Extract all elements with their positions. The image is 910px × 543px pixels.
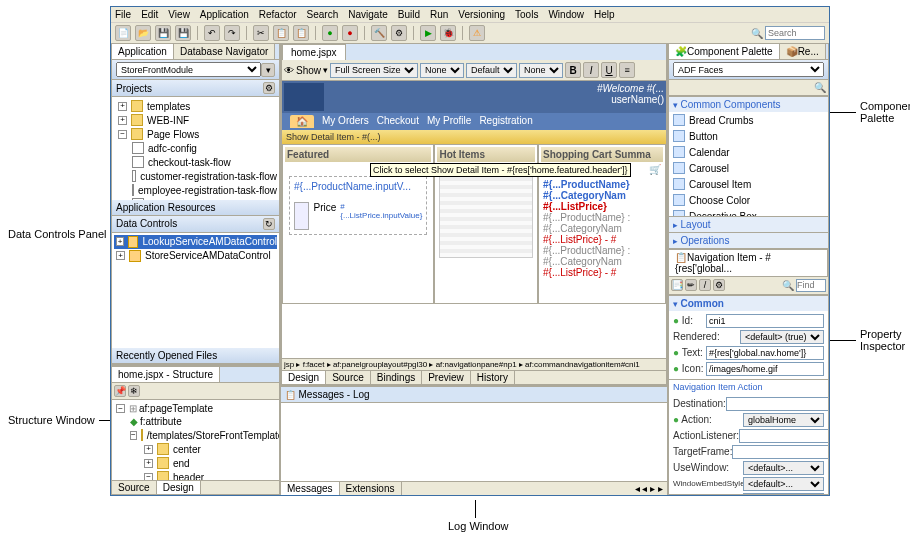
- tab-property-inspector[interactable]: 📋Navigation Item - #{res['global...: [669, 250, 828, 276]
- app-menu-icon[interactable]: ▾: [261, 63, 275, 77]
- menu-application[interactable]: Application: [200, 9, 249, 20]
- copy-icon[interactable]: 📋: [273, 25, 289, 41]
- play-icon[interactable]: ▶: [420, 25, 436, 41]
- warning-icon[interactable]: ⚠: [469, 25, 485, 41]
- nav-myorders[interactable]: My Orders: [322, 115, 369, 128]
- structure-tree[interactable]: −⊞ af:pageTemplate ◆ f:attribute −/templ…: [112, 400, 279, 480]
- prop-text-input[interactable]: [706, 346, 824, 360]
- tab-preview[interactable]: Preview: [422, 371, 471, 384]
- tab-history[interactable]: History: [471, 371, 515, 384]
- nav-checkout[interactable]: Checkout: [377, 115, 419, 128]
- prop-rendered-select[interactable]: <default> (true): [740, 330, 824, 344]
- prop-section-common[interactable]: ▾ Common: [669, 295, 828, 311]
- prop-targetframe-input[interactable]: [732, 445, 829, 459]
- pin-icon[interactable]: 📌: [114, 385, 126, 397]
- italic-icon[interactable]: I: [583, 62, 599, 78]
- editor-tab-home[interactable]: home.jspx: [282, 44, 346, 60]
- recently-opened-header[interactable]: Recently Opened Files: [112, 348, 279, 364]
- prop-tb3-icon[interactable]: /: [699, 279, 711, 291]
- palette-search-icon[interactable]: 🔍: [814, 82, 826, 93]
- undo-icon[interactable]: ↶: [204, 25, 220, 41]
- menu-file[interactable]: File: [115, 9, 131, 20]
- palette-section-layout[interactable]: ▸ Layout: [669, 216, 828, 232]
- home-nav-icon[interactable]: 🏠: [290, 115, 314, 128]
- show-detail-bar[interactable]: Show Detail Item - #(...): [282, 130, 666, 144]
- prop-destination-input[interactable]: [726, 397, 829, 411]
- menu-tools[interactable]: Tools: [515, 9, 538, 20]
- prop-icon-input[interactable]: [706, 362, 824, 376]
- save-icon[interactable]: 💾: [155, 25, 171, 41]
- nav-myprofile[interactable]: My Profile: [427, 115, 471, 128]
- style2-select[interactable]: Default: [466, 63, 517, 78]
- menu-build[interactable]: Build: [398, 9, 420, 20]
- projects-filter-icon[interactable]: ⚙: [263, 82, 275, 94]
- tab-resources[interactable]: 📦Re...: [780, 44, 826, 59]
- tab-component-palette[interactable]: 🧩Component Palette: [669, 44, 780, 59]
- tab-source[interactable]: Source: [326, 371, 371, 384]
- projects-tree[interactable]: +templates +WEB-INF −Page Flows adfc-con…: [112, 97, 279, 200]
- tab-database-navigator[interactable]: Database Navigator: [174, 44, 275, 59]
- open-icon[interactable]: 📂: [135, 25, 151, 41]
- freeze-icon[interactable]: ❄: [128, 385, 140, 397]
- palette-section-common[interactable]: ▾ Common Components: [669, 96, 828, 112]
- menu-run[interactable]: Run: [430, 9, 448, 20]
- tab-application[interactable]: Application: [112, 44, 174, 59]
- nav-registration[interactable]: Registration: [479, 115, 532, 128]
- prop-id-input[interactable]: [706, 314, 824, 328]
- show-icon[interactable]: 👁: [284, 65, 294, 76]
- menu-edit[interactable]: Edit: [141, 9, 158, 20]
- editor-breadcrumb[interactable]: jsp ▸ f:facet ▸ af:panelgrouplayout#pgl3…: [282, 358, 666, 370]
- prop-embedstyle-select[interactable]: <default>...: [743, 477, 824, 491]
- app-resources-header[interactable]: Application Resources: [112, 200, 279, 216]
- menu-refactor[interactable]: Refactor: [259, 9, 297, 20]
- cut-icon[interactable]: ✂: [253, 25, 269, 41]
- menu-window[interactable]: Window: [548, 9, 584, 20]
- prop-modality-select[interactable]: <default>...: [743, 493, 824, 495]
- bold-icon[interactable]: B: [565, 62, 581, 78]
- prop-actionlistener-input[interactable]: [739, 429, 829, 443]
- menu-navigate[interactable]: Navigate: [348, 9, 387, 20]
- log-body[interactable]: [281, 403, 667, 481]
- menu-versioning[interactable]: Versioning: [458, 9, 505, 20]
- new-icon[interactable]: 📄: [115, 25, 131, 41]
- redo-icon[interactable]: ↷: [224, 25, 240, 41]
- underline-icon[interactable]: U: [601, 62, 617, 78]
- palette-list[interactable]: Bread Crumbs Button Calendar Carousel Ca…: [669, 112, 828, 216]
- run-icon[interactable]: ●: [322, 25, 338, 41]
- prop-search-input[interactable]: [796, 279, 826, 292]
- tab-struct-design[interactable]: Design: [157, 481, 201, 494]
- tab-structure[interactable]: home.jspx - Structure: [112, 367, 220, 382]
- style3-select[interactable]: None: [519, 63, 563, 78]
- tab-messages[interactable]: Messages: [281, 482, 340, 495]
- prop-tb4-icon[interactable]: ⚙: [713, 279, 725, 291]
- data-controls-tree[interactable]: +LookupServiceAMDataControl +StoreServic…: [112, 233, 279, 269]
- menu-help[interactable]: Help: [594, 9, 615, 20]
- application-combo[interactable]: StoreFrontModule: [116, 62, 261, 77]
- align-icon[interactable]: ≡: [619, 62, 635, 78]
- palette-category-combo[interactable]: ADF Faces: [673, 62, 824, 77]
- menu-view[interactable]: View: [168, 9, 190, 20]
- palette-section-operations[interactable]: ▸ Operations: [669, 232, 828, 248]
- tab-bindings[interactable]: Bindings: [371, 371, 422, 384]
- make-icon[interactable]: ⚙: [391, 25, 407, 41]
- bug-icon[interactable]: 🐞: [440, 25, 456, 41]
- editor-canvas[interactable]: #Welcome #(... userName() 🏠 My Orders Ch…: [282, 81, 666, 358]
- prop-usewindow-select[interactable]: <default>...: [743, 461, 824, 475]
- paste-icon[interactable]: 📋: [293, 25, 309, 41]
- tab-extensions[interactable]: Extensions: [340, 482, 402, 495]
- tab-struct-source[interactable]: Source: [112, 481, 157, 494]
- style1-select[interactable]: None: [420, 63, 464, 78]
- data-controls-header[interactable]: Data Controls ↻: [112, 216, 279, 233]
- tab-design[interactable]: Design: [282, 371, 326, 384]
- menu-search[interactable]: Search: [307, 9, 339, 20]
- dc-refresh-icon[interactable]: ↻: [263, 218, 275, 230]
- build-icon[interactable]: 🔨: [371, 25, 387, 41]
- log-nav-icons[interactable]: ◂ ◂ ▸ ▸: [631, 482, 667, 495]
- debug-icon[interactable]: ●: [342, 25, 358, 41]
- prop-action-select[interactable]: globalHome: [743, 413, 824, 427]
- search-input[interactable]: [765, 26, 825, 40]
- prop-tb1-icon[interactable]: 📑: [671, 279, 683, 291]
- featured-element[interactable]: #{...ProductName.inputV...: [294, 181, 422, 192]
- screensize-select[interactable]: Full Screen Size: [330, 63, 418, 78]
- prop-tb2-icon[interactable]: ✏: [685, 279, 697, 291]
